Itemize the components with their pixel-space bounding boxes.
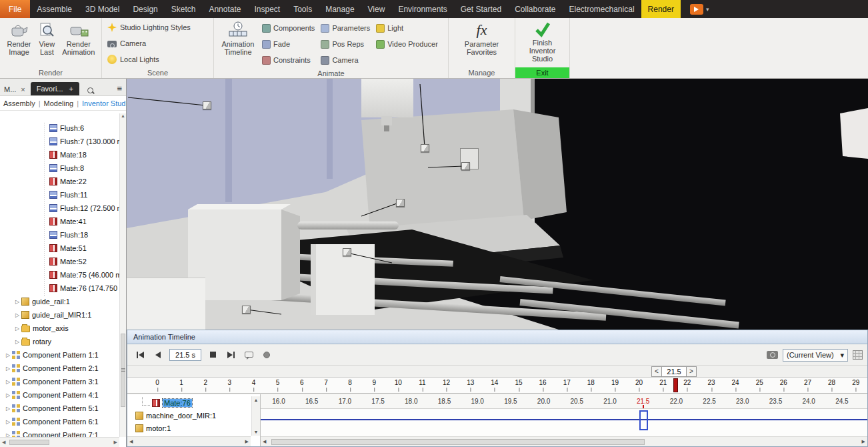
render-animation-button[interactable]: Render Animation [59, 20, 99, 67]
tree-item-component-pattern-5-1[interactable]: ▷Component Pattern 5:1 [0, 402, 119, 415]
menu-tab-electromechanical[interactable]: Electromechanical [563, 0, 641, 18]
expand-arrow-icon[interactable]: ▷ [4, 366, 12, 372]
timeline-ruler[interactable]: 0123456789101112131415161718192021222324… [127, 378, 867, 394]
menu-tab-view[interactable]: View [361, 0, 392, 18]
tree-item-flush-7-130-000-mm-[interactable]: Flush:7 (130.000 mm) [0, 135, 119, 148]
file-menu-button[interactable]: File [0, 0, 30, 18]
current-time-marker[interactable] [673, 378, 678, 392]
menu-tab-render[interactable]: Render [641, 0, 681, 18]
hamburger-menu-icon[interactable]: ≡ [117, 82, 123, 95]
timeline-tree-horizontal-scrollbar[interactable]: ◀▶ [127, 436, 251, 446]
tree-item-mate-52[interactable]: Mate:52 [0, 255, 119, 268]
menu-tab-3d-model[interactable]: 3D Model [79, 0, 126, 18]
menu-tab-collaborate[interactable]: Collaborate [508, 0, 562, 18]
tree-item-mate-22[interactable]: Mate:22 [0, 175, 119, 188]
animate-item-video-producer[interactable]: Video Producer [375, 36, 443, 52]
close-icon[interactable]: × [21, 85, 25, 93]
expand-arrow-icon[interactable]: ▷ [13, 299, 21, 305]
expand-arrow-icon[interactable]: ▷ [4, 419, 12, 425]
action-track-area[interactable] [261, 409, 867, 436]
browser-horizontal-scrollbar[interactable]: ◀▶ [0, 437, 119, 447]
track-horizontal-scrollbar[interactable]: ◀▶ [261, 436, 867, 446]
action-marker-cube[interactable] [396, 199, 405, 207]
menu-tab-tools[interactable]: Tools [287, 0, 319, 18]
animate-item-constraints[interactable]: Constraints [261, 52, 319, 68]
parameter-favorites-button[interactable]: fx Parameter Favorites [460, 20, 504, 67]
time-decrement-button[interactable]: < [651, 366, 662, 377]
tree-item-guide-rail-mir1-1[interactable]: ▷guide_rail_MIR1:1 [0, 308, 119, 322]
expand-arrow-icon[interactable]: ▷ [13, 339, 21, 345]
tree-item-component-pattern-7-1[interactable]: ▷Component Pattern 7:1 [0, 428, 119, 437]
play-backward-button[interactable] [151, 348, 165, 362]
time-spinner-value[interactable]: 21.5 [662, 366, 686, 377]
finish-inventor-studio-button[interactable]: Finish Inventor Studio [519, 20, 567, 67]
tree-item-rotary[interactable]: ▷rotary [0, 335, 119, 348]
render-image-button[interactable]: Render Image [3, 20, 35, 67]
action-marker-cube[interactable] [461, 162, 470, 170]
action-marker-cube[interactable] [421, 144, 429, 152]
tree-item-component-pattern-3-1[interactable]: ▷Component Pattern 3:1 [0, 375, 119, 388]
action-marker-cube[interactable] [203, 101, 211, 109]
animate-item-camera[interactable]: Camera [319, 52, 375, 68]
action-marker-cube[interactable] [242, 306, 251, 314]
tree-item-component-pattern-4-1[interactable]: ▷Component Pattern 4:1 [0, 388, 119, 402]
scene-item-camera[interactable]: Camera [105, 36, 211, 51]
add-icon[interactable]: + [69, 85, 73, 93]
scene-item-studio-lighting-styles[interactable]: Studio Lighting Styles [105, 20, 211, 35]
menu-tab-sketch[interactable]: Sketch [165, 0, 203, 18]
menu-tab-assemble[interactable]: Assemble [30, 0, 79, 18]
model-panel-tab[interactable]: M... × [3, 83, 27, 95]
animation-timeline-button[interactable]: Animation Timeline [217, 20, 259, 68]
record-button[interactable] [260, 348, 273, 362]
camera-snapshot-icon[interactable] [767, 351, 778, 359]
animation-options-button[interactable] [242, 348, 255, 362]
menu-tab-get-started[interactable]: Get Started [454, 0, 508, 18]
expand-arrow-icon[interactable]: ▷ [13, 326, 21, 332]
menu-tab-environments[interactable]: Environments [391, 0, 453, 18]
expand-arrow-icon[interactable]: ▷ [4, 406, 12, 412]
tree-item-flush-11[interactable]: Flush:11 [0, 188, 119, 201]
tree-item-guide-rail-1[interactable]: ▷guide_rail:1 [0, 295, 119, 308]
menu-tab-manage[interactable]: Manage [319, 0, 361, 18]
current-time-display[interactable]: 21.5 s [169, 349, 201, 361]
scene-item-local-lights[interactable]: Local Lights [105, 52, 211, 67]
tree-item-mate-51[interactable]: Mate:51 [0, 242, 119, 255]
viewport-3d[interactable] [127, 79, 868, 330]
expand-arrow-icon[interactable]: ▷ [4, 392, 12, 398]
favorites-panel-tab[interactable]: Favori... + [31, 82, 79, 95]
animate-item-fade[interactable]: Fade [261, 36, 319, 52]
expand-arrow-icon[interactable]: ▷ [4, 379, 12, 385]
animate-item-parameters[interactable]: Parameters [319, 20, 375, 36]
tree-item-mate-18[interactable]: Mate:18 [0, 148, 119, 161]
tree-item-mate-41[interactable]: Mate:41 [0, 215, 119, 228]
tree-item-flush-6[interactable]: Flush:6 [0, 121, 119, 135]
search-icon[interactable] [87, 87, 95, 95]
go-to-start-button[interactable] [133, 348, 147, 362]
tree-item-component-pattern-2-1[interactable]: ▷Component Pattern 2:1 [0, 362, 119, 375]
tree-item-flush-8[interactable]: Flush:8 [0, 161, 119, 175]
menu-tab-design[interactable]: Design [126, 0, 164, 18]
current-action-bracket[interactable] [639, 410, 648, 430]
action-marker-cube[interactable] [343, 248, 351, 256]
time-increment-button[interactable]: > [686, 366, 697, 377]
expand-editor-icon[interactable] [853, 350, 863, 360]
go-to-end-button[interactable] [224, 348, 237, 362]
tree-item-mate-75-46-000-mm-[interactable]: Mate:75 (46.000 mm) [0, 268, 119, 282]
browser-vertical-scrollbar[interactable]: ▲ [119, 113, 126, 437]
timeline-tree-vertical-scrollbar[interactable]: ▲▼ [251, 396, 260, 436]
browser-tab-assembly[interactable]: Assembly [3, 99, 35, 107]
view-selector-dropdown[interactable]: (Current View) ▾ [783, 349, 848, 362]
expand-arrow-icon[interactable]: ▷ [4, 352, 12, 358]
tree-item-flush-18[interactable]: Flush:18 [0, 228, 119, 242]
menu-tab-annotate[interactable]: Annotate [202, 0, 247, 18]
expanded-ruler[interactable]: 16.016.517.017.518.018.519.019.520.020.5… [261, 394, 867, 409]
stop-button[interactable] [206, 348, 219, 362]
view-last-button[interactable]: View Last [35, 20, 59, 67]
browser-tab-inventor-studio[interactable]: Inventor Studio [82, 99, 126, 107]
animate-item-pos-reps[interactable]: Pos Reps [319, 36, 375, 52]
tree-item-component-pattern-1-1[interactable]: ▷Component Pattern 1:1 [0, 348, 119, 362]
timeline-tree-item-motor-1[interactable]: motor:1 [127, 422, 251, 434]
browser-tab-modeling[interactable]: Modeling [44, 99, 74, 107]
expand-arrow-icon[interactable]: ▷ [4, 432, 12, 438]
tree-item-motor-axis[interactable]: ▷motor_axis [0, 322, 119, 335]
